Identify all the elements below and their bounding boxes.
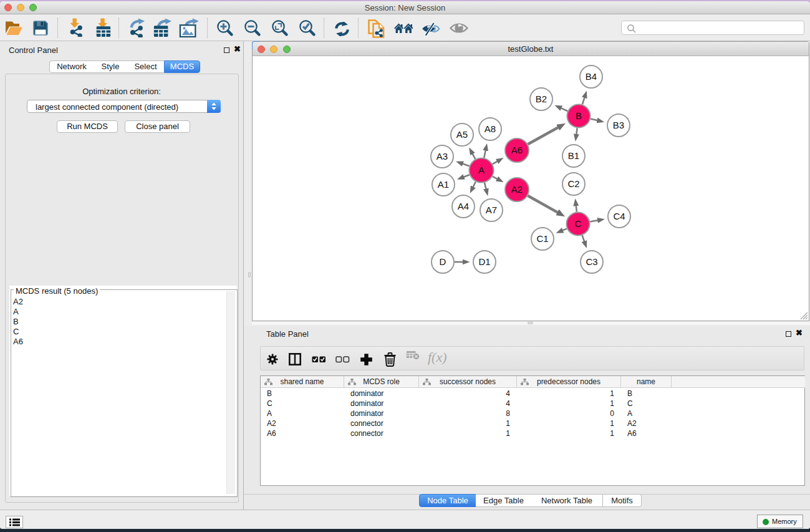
svg-text:B4: B4 — [586, 71, 597, 82]
svg-text:B: B — [576, 110, 582, 121]
svg-text:A1: A1 — [438, 179, 449, 190]
svg-text:A2: A2 — [511, 184, 523, 195]
svg-text:A7: A7 — [486, 205, 497, 215]
svg-text:B2: B2 — [536, 94, 547, 104]
svg-text:C2: C2 — [567, 178, 579, 189]
svg-text:C1: C1 — [536, 233, 548, 244]
svg-text:A8: A8 — [485, 123, 496, 134]
svg-text:D: D — [440, 256, 446, 267]
svg-text:C3: C3 — [586, 256, 597, 267]
svg-text:B1: B1 — [568, 150, 579, 161]
svg-text:A: A — [478, 165, 485, 175]
svg-text:A5: A5 — [456, 129, 468, 140]
svg-text:C: C — [575, 218, 582, 229]
svg-text:B3: B3 — [613, 120, 624, 130]
svg-text:A4: A4 — [458, 201, 469, 211]
svg-text:D1: D1 — [478, 256, 490, 267]
svg-text:C4: C4 — [613, 211, 625, 221]
svg-text:A3: A3 — [436, 151, 448, 162]
svg-text:A6: A6 — [511, 145, 523, 155]
